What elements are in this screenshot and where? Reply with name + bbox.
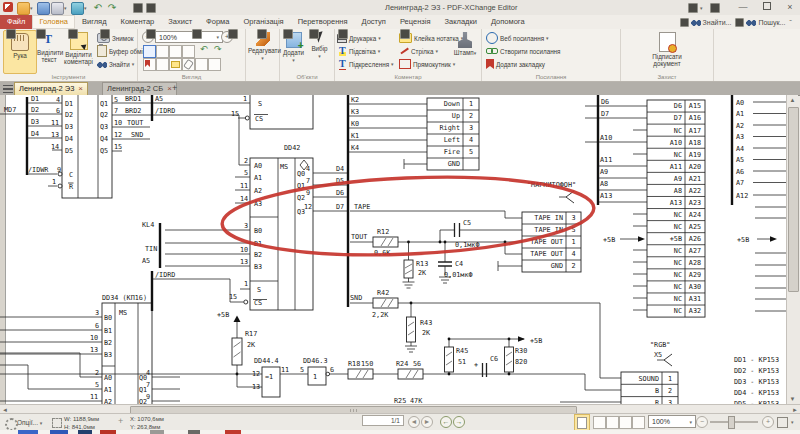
- zoom-combo[interactable]: 100%▾: [155, 31, 223, 43]
- highlight-button[interactable]: Підсвітка▾: [337, 45, 380, 57]
- multi-page-icon[interactable]: [182, 45, 195, 58]
- svg-text:A9: A9: [674, 175, 682, 183]
- layout-facing-icon[interactable]: [619, 416, 632, 429]
- menu-tab-10[interactable]: Закладки: [437, 15, 483, 29]
- undo-icon[interactable]: ↶: [200, 44, 208, 55]
- page-number-box[interactable]: 1/1: [362, 415, 404, 426]
- caret-down-icon[interactable]: ▾: [791, 419, 794, 425]
- tab-menu-icon[interactable]: [3, 85, 13, 93]
- maximize-button[interactable]: [756, 0, 778, 14]
- rectangle-tool-button[interactable]: Прямокутник▾: [399, 58, 455, 70]
- binoculars-icon: [97, 61, 107, 68]
- open-caret-icon[interactable]: ▾: [30, 5, 33, 11]
- create-link-button[interactable]: Створити посилання: [486, 45, 561, 57]
- first-page-icon[interactable]: ◄: [408, 416, 420, 428]
- document-tab-1[interactable]: Ленинград-2 СБ×: [102, 82, 177, 95]
- search-button[interactable]: Пошук...: [735, 18, 785, 27]
- zoom-out-icon[interactable]: −: [696, 416, 708, 428]
- redo-icon[interactable]: ↷: [106, 2, 118, 13]
- taskbar-icon[interactable]: [18, 430, 38, 434]
- layout-single-icon[interactable]: [593, 416, 606, 429]
- toolbar-caret-icon[interactable]: ▾: [700, 5, 703, 11]
- open-icon[interactable]: [17, 2, 30, 15]
- attachments-panel-icon[interactable]: [182, 58, 195, 71]
- status-zoom-combo[interactable]: 100%▾: [648, 415, 696, 428]
- bookmarks-panel-icon[interactable]: [143, 58, 156, 71]
- redo-icon[interactable]: ↷: [214, 44, 222, 55]
- zoom-slider-thumb[interactable]: [728, 416, 735, 429]
- previous-view-icon[interactable]: ←: [440, 416, 452, 428]
- document-tab-0[interactable]: Ленинград-2 Э3×: [14, 82, 88, 95]
- menu-tab-9[interactable]: Рецензія: [393, 15, 438, 29]
- zoom-in-icon[interactable]: +: [762, 416, 774, 428]
- underline-button[interactable]: Підкреслення▾: [337, 58, 394, 70]
- menu-tab-3[interactable]: Коментар: [114, 15, 162, 29]
- scroll-up-icon[interactable]: ▲: [787, 96, 798, 104]
- facing-pages-icon[interactable]: [156, 45, 169, 58]
- fit-page-button[interactable]: [574, 414, 590, 431]
- web-link-button[interactable]: Веб посилання▾: [486, 32, 549, 44]
- menu-tab-8[interactable]: Доступ: [355, 15, 393, 29]
- minimize-button[interactable]: —: [732, 0, 754, 14]
- print-caret-icon[interactable]: ▾: [64, 5, 67, 11]
- stamp-button[interactable]: Штамп▾: [451, 30, 479, 72]
- schematic-label: +: [474, 361, 478, 369]
- sign-document-button[interactable]: Підписати документ: [643, 30, 691, 72]
- content-panel-icon[interactable]: [208, 58, 221, 71]
- comments-panel-icon[interactable]: [169, 58, 182, 71]
- find-button[interactable]: Знайти...: [680, 18, 732, 27]
- email-caret-icon[interactable]: ▾: [84, 5, 87, 11]
- select-comments-button[interactable]: Виділити коментарі: [62, 30, 95, 72]
- taskbar-icon[interactable]: [225, 430, 241, 434]
- menu-tab-4[interactable]: Захист: [161, 15, 199, 29]
- taskbar-icon[interactable]: [188, 430, 200, 434]
- taskbar-icon[interactable]: [50, 430, 68, 434]
- schematic-label: 2K: [247, 341, 256, 349]
- menu-tab-0[interactable]: Файл: [0, 15, 32, 29]
- svg-text:NC: NC: [674, 223, 682, 231]
- new-tab-button[interactable]: +: [172, 83, 177, 93]
- menu-tab-5[interactable]: Форма: [199, 15, 236, 29]
- find-tool-button[interactable]: Знайти▾: [97, 58, 134, 70]
- collapse-ribbon-icon[interactable]: ˆ: [789, 18, 792, 27]
- vertical-scroll-thumb[interactable]: [788, 107, 799, 292]
- layout-continuous-icon[interactable]: [606, 416, 619, 429]
- layout-grid-icon[interactable]: [632, 416, 645, 429]
- schematic-label: R25: [394, 397, 406, 404]
- keytip-badge: [133, 3, 143, 13]
- app-logo-icon: [3, 2, 13, 12]
- menu-tab-11[interactable]: Допомога: [484, 15, 532, 29]
- fields-panel-icon[interactable]: [195, 58, 208, 71]
- svg-text:A29: A29: [689, 271, 701, 279]
- vertical-scrollbar[interactable]: ▲ ▼: [786, 95, 798, 404]
- menu-tab-2[interactable]: Вигляд: [75, 15, 114, 29]
- schematic-label: 6: [95, 322, 99, 330]
- thumbnails-panel-icon[interactable]: [156, 58, 169, 71]
- add-bookmark-button[interactable]: Додати закладку: [486, 58, 545, 70]
- menu-tab-6[interactable]: Організація: [236, 15, 290, 29]
- svg-text:A24: A24: [689, 211, 701, 219]
- document-area[interactable]: Down1Up2Right3Left4Fire5GNDTAPE IN3TAPE …: [0, 95, 786, 404]
- taskbar-icon[interactable]: [150, 430, 164, 434]
- print-icon[interactable]: [51, 2, 64, 15]
- page-view-icon[interactable]: [143, 45, 156, 58]
- scroll-down-icon[interactable]: ▼: [787, 395, 798, 403]
- undo-icon[interactable]: ↶: [92, 2, 104, 13]
- continuous-view-icon[interactable]: [169, 45, 182, 58]
- taskbar-icon[interactable]: [78, 430, 92, 434]
- save-icon[interactable]: [37, 2, 50, 15]
- fit-width-icon[interactable]: [777, 417, 788, 428]
- options-button[interactable]: Опції... ▾: [17, 419, 42, 426]
- pdf-xchange-editor-window: ▾ ▾ ▾ ↶ ↷ Ленинград-2 Э3 - PDF-XChange E…: [0, 0, 800, 434]
- schematic-label: A13: [600, 192, 612, 200]
- last-page-icon[interactable]: ►: [421, 416, 433, 428]
- menu-tab-1[interactable]: Головна: [32, 15, 75, 29]
- close-tab-icon[interactable]: ×: [78, 84, 83, 93]
- arrow-tool-button[interactable]: Стрілка▾: [399, 45, 438, 57]
- email-icon[interactable]: [71, 2, 84, 15]
- svg-text:NC: NC: [674, 247, 682, 255]
- close-button[interactable]: ×: [780, 0, 800, 14]
- menu-tab-7[interactable]: Перетворення: [291, 15, 355, 29]
- taskbar-icon[interactable]: [100, 430, 116, 434]
- next-view-icon[interactable]: →: [453, 416, 465, 428]
